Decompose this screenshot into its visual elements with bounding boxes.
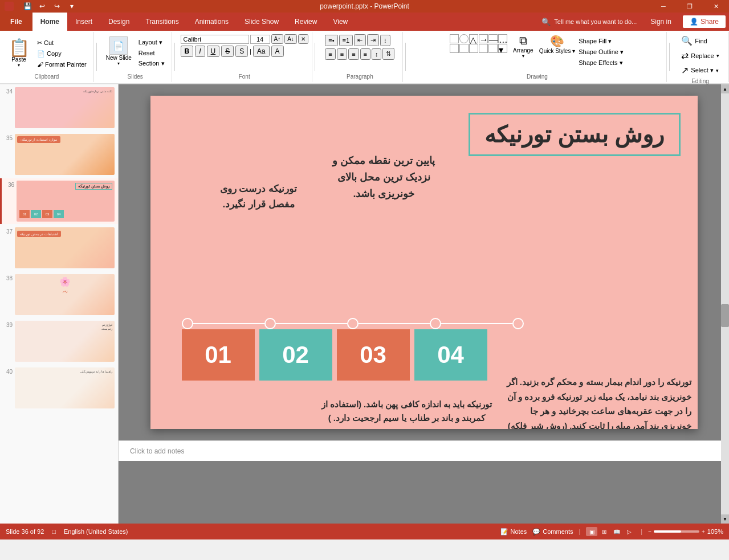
tell-me-input[interactable]: 🔍 Tell me what you want to do... (536, 18, 642, 26)
undo-button[interactable]: ↩ (36, 1, 48, 12)
shape-3[interactable] (459, 44, 469, 53)
shape-ellipse[interactable] (459, 34, 469, 43)
shape-rect[interactable] (450, 34, 459, 43)
align-center-button[interactable]: ≡ (337, 48, 347, 60)
zoom-slider[interactable] (654, 530, 699, 533)
slide-thumb-40[interactable]: 40 راهنما ها را به دو رویش کلی (0, 365, 118, 411)
format-painter-button[interactable]: 🖌 Format Painter (35, 60, 89, 69)
circle-2 (264, 318, 276, 329)
new-slide-button[interactable]: 📄 New Slide ▾ (104, 34, 134, 68)
font-name-input[interactable] (181, 35, 249, 44)
shape-2[interactable] (450, 44, 459, 53)
minimize-button[interactable]: ─ (650, 0, 677, 13)
indent-increase-button[interactable]: ⇥ (367, 34, 379, 46)
tab-slideshow[interactable]: Slide Show (237, 13, 287, 31)
select-button[interactable]: ↗ Select ▾ ▾ (679, 64, 721, 77)
shape-5[interactable] (479, 44, 488, 53)
redo-button[interactable]: ↪ (51, 1, 63, 12)
customize-qat-button[interactable]: ▾ (66, 1, 78, 12)
scroll-thumb[interactable] (721, 304, 729, 327)
quick-styles-button[interactable]: 🎨 Quick Styles ▾ (539, 34, 575, 54)
tab-design[interactable]: Design (100, 13, 137, 31)
align-left-button[interactable]: ≡ (325, 48, 335, 60)
decrease-font-button[interactable]: A↓ (284, 34, 297, 44)
text-direction-button[interactable]: ⇅ (382, 48, 394, 60)
columns-button[interactable]: ⫶ (380, 35, 390, 46)
sorter-view-button[interactable]: ⊞ (598, 527, 610, 536)
scroll-up-button[interactable]: ▲ (721, 84, 729, 93)
signin-button[interactable]: Sign in (642, 13, 679, 31)
shape-fill-button[interactable]: Shape Fill ▾ (577, 36, 625, 46)
divider5 (669, 43, 670, 71)
reset-button[interactable]: Reset (136, 48, 167, 58)
zoom-out-button[interactable]: − (648, 529, 651, 535)
shape-triangle[interactable]: △ (469, 34, 478, 43)
canvas-scrollbar[interactable]: ▲ ▼ (721, 84, 729, 524)
italic-button[interactable]: I (195, 46, 205, 57)
save-button[interactable]: 💾 (22, 1, 33, 12)
cut-button[interactable]: ✂ Cut (35, 38, 89, 48)
justify-button[interactable]: ≡ (360, 48, 370, 60)
comments-icon: 💬 (532, 528, 540, 536)
scroll-down-button[interactable]: ▼ (721, 514, 729, 524)
notes-icon: 📝 (500, 528, 508, 536)
copy-button[interactable]: 📄 Copy (35, 49, 89, 59)
notes-button[interactable]: 📝 Notes (500, 528, 527, 536)
font-color-button[interactable]: A (271, 46, 284, 57)
increase-font-button[interactable]: A↑ (271, 34, 284, 44)
shape-line[interactable]: — (488, 34, 498, 43)
section-button[interactable]: Section ▾ (136, 59, 167, 68)
replace-button[interactable]: ⇄ Replace ▾ (679, 49, 721, 62)
shape-down[interactable]: ▾ (498, 44, 507, 53)
shape-4[interactable] (469, 44, 478, 53)
align-right-button[interactable]: ≡ (348, 48, 359, 60)
slide-thumb-39[interactable]: 39 انواع زخمزخم بسته (0, 318, 118, 364)
restore-button[interactable]: ❐ (677, 0, 703, 13)
paste-button[interactable]: 📋 Paste ▾ (5, 37, 33, 70)
layout-button[interactable]: Layout ▾ (136, 38, 167, 47)
share-button[interactable]: 👤 Share (683, 15, 726, 28)
line-4 (441, 323, 512, 324)
slideshow-view-button[interactable]: ▷ (624, 527, 635, 536)
close-button[interactable]: ✕ (703, 0, 729, 13)
normal-view-button[interactable]: ▣ (586, 527, 597, 536)
tab-transitions[interactable]: Transitions (137, 13, 186, 31)
underline-button[interactable]: U (207, 46, 220, 57)
tab-review[interactable]: Review (287, 13, 325, 31)
shape-outline-button[interactable]: Shape Outline ▾ (577, 47, 625, 57)
font-size-input[interactable] (250, 35, 270, 44)
slide-canvas[interactable]: روش بستن تورنیکه پایین ترین نقطه ممکن و … (150, 96, 698, 429)
tab-insert[interactable]: Insert (67, 13, 100, 31)
comments-button[interactable]: 💬 Comments (532, 528, 573, 536)
slide-thumb-38[interactable]: 38 🌸 زخم (0, 272, 118, 317)
notes-placeholder[interactable]: Click to add notes (119, 440, 729, 461)
reading-view-button[interactable]: 📖 (611, 527, 622, 536)
shadow-button[interactable]: S (235, 46, 248, 57)
ribbon-tabs: File Home Insert Design Transitions Anim… (0, 13, 729, 31)
slide-thumb-35[interactable]: 35 موارد استفاده از تورنیکه: (0, 132, 118, 177)
canvas-area: روش بستن تورنیکه پایین ترین نقطه ممکن و … (119, 84, 729, 524)
clear-format-button[interactable]: ✕ (298, 34, 308, 44)
find-button[interactable]: 🔍 Find (679, 34, 721, 47)
zoom-in-button[interactable]: + (702, 529, 705, 535)
zoom-control[interactable]: − + 105% (648, 528, 723, 535)
slide-thumb-36[interactable]: 36 روش بستن تورنیکه 01 02 03 04 (0, 178, 118, 224)
arrange-button[interactable]: ⧉ Arrange ▾ (510, 34, 537, 59)
bullets-button[interactable]: ≡• (325, 35, 337, 46)
shape-arrow[interactable]: → (479, 34, 488, 43)
slide-thumb-34[interactable]: 34 نکته متنی درباره تورنیکه (0, 85, 118, 130)
tab-home[interactable]: Home (32, 13, 67, 31)
strikethrough-button[interactable]: S (221, 46, 234, 57)
shape-6[interactable] (488, 44, 498, 53)
slide-thumb-37[interactable]: 37 اشتباهات در بستن تورنیکه (0, 225, 118, 271)
shape-more[interactable]: … (498, 34, 507, 43)
indent-decrease-button[interactable]: ⇤ (354, 34, 366, 46)
tab-view[interactable]: View (325, 13, 356, 31)
shape-effects-button[interactable]: Shape Effects ▾ (577, 58, 625, 68)
line-spacing-button[interactable]: ↕ (372, 48, 382, 60)
bold-button[interactable]: B (181, 46, 194, 57)
tab-file[interactable]: File (0, 13, 32, 31)
numbering-button[interactable]: ≡1 (339, 35, 353, 46)
change-case-button[interactable]: Aa (253, 46, 270, 57)
tab-animations[interactable]: Animations (187, 13, 237, 31)
